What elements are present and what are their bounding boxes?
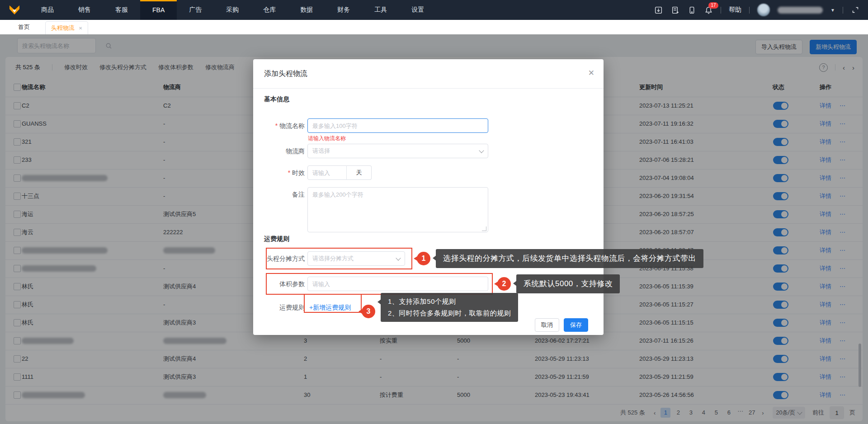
nav-item-FBA[interactable]: FBA — [140, 0, 177, 20]
nav-item-设置[interactable]: 设置 — [399, 0, 436, 20]
remark-textarea[interactable] — [307, 187, 488, 232]
field-label-name: 物流名称 — [237, 118, 305, 133]
section-basic-info: 基本信息 — [264, 95, 289, 104]
nav-item-广告[interactable]: 广告 — [177, 0, 214, 20]
modal-header: 添加头程物流 ✕ — [253, 59, 604, 89]
chevron-down-icon — [479, 148, 484, 153]
aging-unit-suffix: 天 — [346, 165, 372, 180]
download-icon[interactable] — [654, 5, 663, 14]
annotation-tooltip-2: 系统默认5000，支持修改 — [516, 274, 620, 293]
user-avatar[interactable] — [757, 4, 770, 16]
top-navbar: 商品销售客服FBA广告采购仓库数据财务工具设置 17 帮助 ▼ — [0, 0, 868, 20]
screen: 商品销售客服FBA广告采购仓库数据财务工具设置 17 帮助 ▼ — [0, 0, 868, 424]
field-label-supplier: 物流商 — [237, 144, 305, 158]
tab-first-leg-logistics[interactable]: 头程物流 ✕ — [45, 21, 88, 34]
close-icon[interactable]: ✕ — [588, 68, 594, 78]
field-label-aging: 时效 — [237, 165, 305, 180]
name-error-text: 请输入物流名称 — [308, 135, 346, 142]
nav-item-销售[interactable]: 销售 — [66, 0, 103, 20]
help-link[interactable]: 帮助 — [729, 6, 741, 14]
nav-menu: 商品销售客服FBA广告采购仓库数据财务工具设置 — [29, 0, 436, 20]
nav-item-商品[interactable]: 商品 — [29, 0, 66, 20]
supplier-select[interactable]: 请选择 — [307, 144, 488, 158]
annotation-circle-1: 1 — [417, 252, 430, 265]
highlight-box-method — [266, 248, 412, 269]
tab-home[interactable]: 首页 — [18, 20, 30, 34]
cancel-button[interactable]: 取消 — [535, 318, 559, 332]
supplier-select-placeholder: 请选择 — [312, 147, 330, 155]
section-freight-rules: 运费规则 — [264, 235, 289, 243]
brand-logo-icon[interactable] — [0, 0, 29, 20]
mobile-app-icon[interactable] — [687, 5, 696, 14]
order-add-icon[interactable] — [670, 5, 679, 14]
annotation-circle-2: 2 — [497, 277, 511, 291]
highlight-box-rule — [304, 294, 362, 313]
divider — [721, 7, 721, 14]
fullscreen-icon[interactable] — [851, 5, 860, 14]
field-label-remark: 备注 — [237, 187, 305, 202]
nav-item-财务[interactable]: 财务 — [325, 0, 362, 20]
nav-item-数据[interactable]: 数据 — [288, 0, 325, 20]
logistics-name-input[interactable] — [307, 118, 488, 133]
user-name-redacted — [778, 7, 823, 14]
modal-title: 添加头程物流 — [264, 69, 307, 79]
chevron-down-icon[interactable]: ▼ — [830, 8, 835, 13]
nav-right-tools: 17 帮助 ▼ — [654, 0, 868, 20]
nav-item-客服[interactable]: 客服 — [103, 0, 140, 20]
nav-item-采购[interactable]: 采购 — [214, 0, 251, 20]
field-label-rule: 运费规则 — [237, 300, 305, 315]
divider — [749, 7, 750, 14]
tab-close-icon[interactable]: ✕ — [79, 26, 82, 31]
notification-bell-icon[interactable]: 17 — [704, 5, 713, 14]
annotation-circle-3: 3 — [362, 305, 375, 318]
divider — [843, 7, 843, 14]
annotation-tooltip-3: 1、支持添加50个规则 2、同时符合多条规则时，取靠前的规则 — [381, 293, 518, 322]
tab-label: 头程物流 — [51, 24, 75, 32]
notification-badge: 17 — [708, 2, 718, 9]
nav-item-仓库[interactable]: 仓库 — [251, 0, 288, 20]
tab-bar: 首页 头程物流 ✕ — [0, 20, 868, 34]
aging-input[interactable] — [307, 165, 347, 180]
annotation-tooltip-1: 选择头程的分摊方式，后续发货单中选择头程物流后，会将分摊方式带出 — [436, 249, 703, 268]
save-button[interactable]: 保存 — [564, 318, 588, 332]
nav-item-工具[interactable]: 工具 — [362, 0, 399, 20]
highlight-box-volume — [266, 273, 493, 295]
